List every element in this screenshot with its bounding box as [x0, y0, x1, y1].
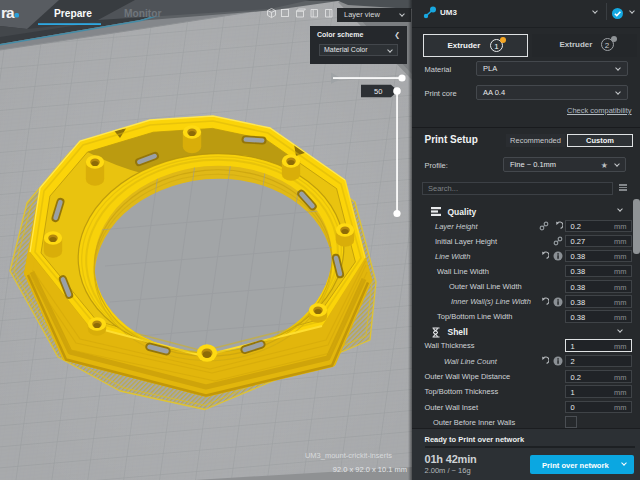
svg-text:Prepare: Prepare — [54, 8, 92, 19]
svg-text:50: 50 — [374, 87, 382, 96]
svg-text:92.0 x 92.0 x 10.1 mm: 92.0 x 92.0 x 10.1 mm — [333, 465, 407, 474]
svg-text:ra: ra — [1, 4, 15, 21]
svg-text:UM3_mount-crickit-inserts: UM3_mount-crickit-inserts — [305, 451, 392, 460]
svg-text:Monitor: Monitor — [124, 8, 161, 19]
